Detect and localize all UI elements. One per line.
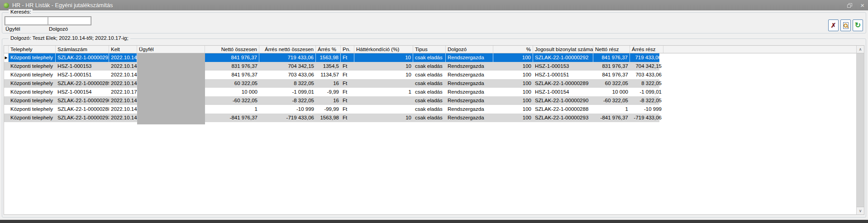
cell-arres-resz[interactable]: -1 099,01: [630, 88, 663, 96]
cell-pn[interactable]: Ft: [341, 62, 354, 71]
cell-jogosult-bizonylat-szama[interactable]: SZLAK-22-1-00000290: [533, 96, 593, 105]
cell-netto-osszesen[interactable]: 831 976,37: [205, 62, 259, 71]
cell-kelt[interactable]: 2022.10.14: [109, 71, 137, 79]
cell-hatterkondicio[interactable]: [354, 105, 413, 114]
cell-kelt[interactable]: 2022.10.17: [109, 88, 137, 96]
cell-tipus[interactable]: csak eladás: [413, 114, 446, 122]
cell-hatterkondicio[interactable]: 10: [354, 71, 413, 79]
table-row[interactable]: Központi telephelySZLAK-22-1-00000293202…: [4, 114, 659, 122]
cell-netto-resz[interactable]: 841 976,37: [593, 71, 630, 79]
cell-pn[interactable]: Ft: [341, 88, 354, 96]
cell-netto-osszesen[interactable]: -60 322,05: [205, 96, 259, 105]
cell-szamlaszam[interactable]: SZLAK-22-1-00000290: [56, 96, 109, 105]
cell-hatterkondicio[interactable]: 10: [354, 53, 413, 62]
cell-szazalek[interactable]: 100: [493, 88, 533, 96]
print-preview-button[interactable]: [840, 19, 851, 31]
cell-netto-osszesen[interactable]: 841 976,37: [205, 53, 259, 62]
cell-arres-szazalek[interactable]: 16: [316, 96, 341, 105]
cell-ugyfel[interactable]: [137, 96, 205, 105]
cell-netto-osszesen[interactable]: 841 976,37: [205, 71, 259, 79]
cell-szazalek[interactable]: 100: [493, 96, 533, 105]
cell-szazalek[interactable]: 100: [493, 79, 533, 88]
cell-pn[interactable]: Ft: [341, 105, 354, 114]
table-row[interactable]: Központi telephelyHSZ-1-0001542022.10.17…: [4, 88, 659, 96]
cell-szazalek[interactable]: 100: [493, 114, 533, 122]
cell-arres-resz[interactable]: -719 433,06: [630, 114, 663, 122]
column-header-arres-resz[interactable]: Árrés rész: [630, 46, 663, 53]
cell-dolgozo[interactable]: Rendszergazda: [446, 71, 493, 79]
cell-arres-szazalek[interactable]: -99,99: [316, 105, 341, 114]
cell-dolgozo[interactable]: Rendszergazda: [446, 96, 493, 105]
scroll-up-button[interactable]: ∧: [857, 46, 864, 53]
cell-hatterkondicio[interactable]: 10: [354, 114, 413, 122]
cell-arres-szazalek[interactable]: 1134,57: [316, 71, 341, 79]
cell-ugyfel[interactable]: [137, 71, 205, 79]
cell-arres-resz[interactable]: 704 342,15: [630, 62, 663, 71]
cell-telephely[interactable]: Központi telephely: [9, 62, 56, 71]
cell-szamlaszam[interactable]: HSZ-1-000153: [56, 62, 109, 71]
cell-arres-netto-osszesen[interactable]: 704 342,15: [259, 62, 316, 71]
table-row[interactable]: Központi telephelySZLAK-22-1-00000290202…: [4, 96, 659, 105]
cell-telephely[interactable]: Központi telephely: [9, 53, 56, 62]
table-row[interactable]: ▶Központi telephelySZLAK-22-1-0000029220…: [4, 53, 659, 62]
cell-telephely[interactable]: Központi telephely: [9, 88, 56, 96]
restore-window-icon[interactable]: [847, 3, 852, 8]
cell-netto-resz[interactable]: -841 976,37: [593, 114, 630, 122]
cell-ugyfel[interactable]: [137, 88, 205, 96]
column-header-szamlaszam[interactable]: Számlaszám: [56, 46, 109, 53]
cell-kelt[interactable]: 2022.10.14: [109, 53, 137, 62]
cell-szazalek[interactable]: 100: [493, 53, 533, 62]
cell-tipus[interactable]: csak eladás: [413, 62, 446, 71]
cell-dolgozo[interactable]: Rendszergazda: [446, 105, 493, 114]
cell-netto-resz[interactable]: 60 322,05: [593, 79, 630, 88]
cell-jogosult-bizonylat-szama[interactable]: SZLAK-22-1-00000292: [533, 53, 593, 62]
cell-tipus[interactable]: csak eladás: [413, 96, 446, 105]
cell-netto-resz[interactable]: 1: [593, 105, 630, 114]
cell-netto-osszesen[interactable]: 1: [205, 105, 259, 114]
cell-netto-osszesen[interactable]: 60 322,05: [205, 79, 259, 88]
cell-szamlaszam[interactable]: SZLAK-22-1-00000292: [56, 53, 109, 62]
cell-telephely[interactable]: Központi telephely: [9, 96, 56, 105]
cell-szamlaszam[interactable]: HSZ-1-000151: [56, 71, 109, 79]
cell-hatterkondicio[interactable]: 1: [354, 88, 413, 96]
cell-hatterkondicio[interactable]: 10: [354, 62, 413, 71]
column-header-telephely[interactable]: Telephely: [9, 46, 56, 53]
cell-arres-szazalek[interactable]: 1563,98: [316, 53, 341, 62]
cell-dolgozo[interactable]: Rendszergazda: [446, 114, 493, 122]
cell-arres-netto-osszesen[interactable]: -8 322,05: [259, 96, 316, 105]
cell-tipus[interactable]: csak eladás: [413, 53, 446, 62]
cell-kelt[interactable]: 2022.10.14: [109, 96, 137, 105]
cell-arres-netto-osszesen[interactable]: 703 433,06: [259, 71, 316, 79]
refresh-button[interactable]: ↻: [853, 19, 863, 31]
cell-kelt[interactable]: 2022.10.14: [109, 114, 137, 122]
vertical-scrollbar[interactable]: ∧ ∨: [856, 46, 864, 214]
cell-szazalek[interactable]: 100: [493, 105, 533, 114]
cancel-button[interactable]: ✗: [828, 19, 839, 31]
cell-arres-resz[interactable]: -8 322,05: [630, 96, 663, 105]
cell-telephely[interactable]: Központi telephely: [9, 71, 56, 79]
cell-tipus[interactable]: csak eladás: [413, 71, 446, 79]
cell-dolgozo[interactable]: Rendszergazda: [446, 79, 493, 88]
cell-tipus[interactable]: csak eladás: [413, 88, 446, 96]
cell-arres-resz[interactable]: 8 322,05: [630, 79, 663, 88]
cell-arres-szazalek[interactable]: 16: [316, 79, 341, 88]
customer-search-input[interactable]: [5, 17, 48, 25]
column-header-kelt[interactable]: Kelt: [109, 46, 137, 53]
cell-szazalek[interactable]: 100: [493, 62, 533, 71]
column-header-netto-resz[interactable]: Nettó rész: [593, 46, 630, 53]
cell-telephely[interactable]: Központi telephely: [9, 105, 56, 114]
cell-kelt[interactable]: 2022.10.14: [109, 105, 137, 114]
cell-arres-resz[interactable]: 719 433,06: [630, 53, 663, 62]
cell-jogosult-bizonylat-szama[interactable]: HSZ-1-000154: [533, 88, 593, 96]
cell-jogosult-bizonylat-szama[interactable]: HSZ-1-000153: [533, 62, 593, 71]
cell-ugyfel[interactable]: [137, 114, 205, 122]
cell-arres-netto-osszesen[interactable]: 8 322,05: [259, 79, 316, 88]
cell-pn[interactable]: Ft: [341, 79, 354, 88]
cell-arres-resz[interactable]: 703 433,06: [630, 71, 663, 79]
column-header-dolgozo[interactable]: Dolgozó: [446, 46, 493, 53]
cell-jogosult-bizonylat-szama[interactable]: SZLAK-22-1-00000288: [533, 105, 593, 114]
cell-arres-netto-osszesen[interactable]: 719 433,06: [259, 53, 316, 62]
cell-ugyfel[interactable]: [137, 62, 205, 71]
cell-ugyfel[interactable]: [137, 105, 205, 114]
close-window-icon[interactable]: ×: [860, 3, 864, 8]
